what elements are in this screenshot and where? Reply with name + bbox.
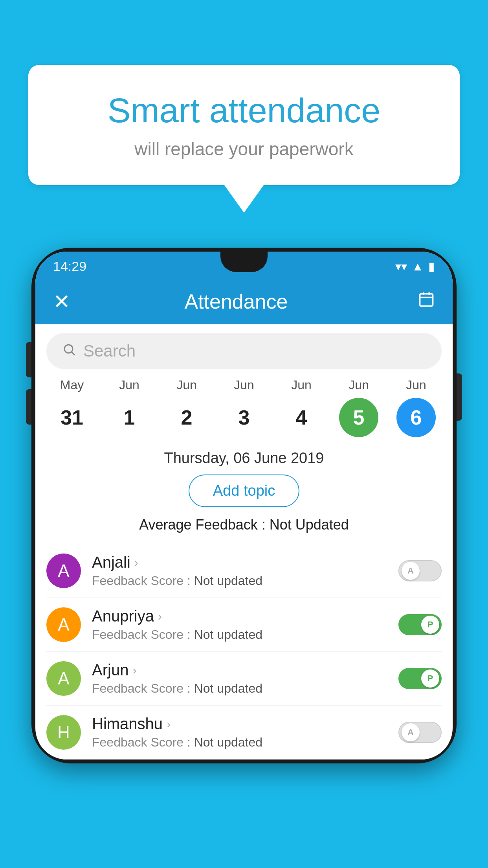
search-bar[interactable]: Search [46, 333, 442, 369]
day-month-label: Jun [176, 378, 197, 392]
battery-icon: ▮ [428, 259, 435, 273]
volume-up-button[interactable] [26, 342, 31, 377]
attendance-toggle[interactable]: P [398, 668, 442, 689]
phone-notch [220, 252, 268, 272]
calendar-day[interactable]: Jun5 [333, 378, 384, 437]
attendance-toggle[interactable]: P [398, 614, 442, 635]
avatar: A [46, 554, 81, 588]
status-time: 14:29 [53, 259, 86, 274]
student-info: Himanshu ›Feedback Score : Not updated [92, 715, 387, 750]
toggle-knob: A [402, 723, 420, 741]
student-item[interactable]: AArjun ›Feedback Score : Not updatedP [46, 652, 442, 706]
speech-bubble-container: Smart attendance will replace your paper… [28, 65, 460, 213]
calendar-day[interactable]: Jun1 [104, 378, 155, 437]
attendance-toggle[interactable]: A [398, 722, 442, 743]
day-month-label: May [60, 378, 84, 392]
phone: 14:29 ▾▾ ▲ ▮ ✕ Attendance [31, 248, 457, 763]
student-item[interactable]: AAnupriya ›Feedback Score : Not updatedP [46, 598, 442, 652]
toggle-knob: P [421, 669, 439, 688]
speech-bubble: Smart attendance will replace your paper… [28, 65, 460, 185]
avg-feedback-label: Average Feedback : [139, 517, 270, 533]
feedback-score: Feedback Score : Not updated [92, 735, 387, 750]
search-placeholder: Search [83, 342, 136, 360]
calendar-day[interactable]: May31 [46, 378, 97, 437]
wifi-icon: ▾▾ [395, 259, 407, 273]
toggle-knob: P [421, 616, 439, 634]
chevron-right-icon: › [167, 717, 171, 731]
svg-rect-0 [420, 294, 433, 306]
calendar-day[interactable]: Jun6 [391, 378, 442, 437]
volume-down-button[interactable] [26, 389, 31, 425]
speech-bubble-title: Smart attendance [60, 90, 428, 131]
attendance-toggle[interactable]: A [398, 560, 442, 581]
feedback-score: Feedback Score : Not updated [92, 627, 387, 642]
day-month-label: Jun [349, 378, 369, 392]
day-number[interactable]: 1 [110, 398, 149, 437]
feedback-score: Feedback Score : Not updated [92, 681, 387, 696]
chevron-right-icon: › [158, 610, 162, 623]
toggle-switch[interactable]: A [398, 560, 442, 581]
chevron-right-icon: › [132, 664, 136, 677]
toggle-switch[interactable]: A [398, 722, 442, 743]
app-bar: ✕ Attendance [35, 279, 453, 324]
student-info: Arjun ›Feedback Score : Not updated [92, 661, 387, 696]
day-month-label: Jun [119, 378, 139, 392]
avatar: H [46, 715, 81, 750]
search-icon [62, 342, 76, 360]
toggle-switch[interactable]: P [398, 614, 442, 635]
student-info: Anupriya ›Feedback Score : Not updated [92, 607, 387, 642]
toggle-switch[interactable]: P [398, 668, 442, 689]
calendar-day[interactable]: Jun4 [276, 378, 327, 437]
avg-feedback: Average Feedback : Not Updated [35, 517, 453, 533]
add-topic-button[interactable]: Add topic [189, 474, 299, 507]
student-name: Himanshu › [92, 715, 387, 733]
app-bar-title: Attendance [55, 290, 418, 313]
avatar: A [46, 661, 81, 696]
day-number[interactable]: 6 [396, 398, 436, 437]
phone-screen: 14:29 ▾▾ ▲ ▮ ✕ Attendance [35, 252, 453, 760]
student-name: Anjali › [92, 554, 387, 571]
day-number[interactable]: 2 [167, 398, 206, 437]
power-button[interactable] [457, 373, 462, 421]
student-info: Anjali ›Feedback Score : Not updated [92, 554, 387, 588]
toggle-knob: A [402, 562, 420, 580]
calendar-day[interactable]: Jun3 [218, 378, 270, 437]
speech-bubble-subtitle: will replace your paperwork [60, 138, 428, 160]
chevron-right-icon: › [134, 556, 138, 569]
calendar-strip: May31Jun1Jun2Jun3Jun4Jun5Jun6 [35, 378, 453, 437]
svg-line-5 [72, 352, 75, 355]
signal-icon: ▲ [412, 260, 424, 273]
day-number[interactable]: 4 [282, 398, 321, 437]
day-number[interactable]: 31 [52, 398, 92, 437]
calendar-day[interactable]: Jun2 [161, 378, 212, 437]
student-name: Anupriya › [92, 607, 387, 625]
avatar: A [46, 607, 81, 642]
day-month-label: Jun [291, 378, 312, 392]
calendar-button[interactable] [418, 291, 435, 312]
phone-container: 14:29 ▾▾ ▲ ▮ ✕ Attendance [31, 248, 457, 763]
day-month-label: Jun [234, 378, 254, 392]
day-number[interactable]: 5 [339, 398, 378, 437]
selected-date: Thursday, 06 June 2019 [35, 440, 453, 474]
student-item[interactable]: HHimanshu ›Feedback Score : Not updatedA [46, 706, 442, 760]
day-number[interactable]: 3 [224, 398, 264, 437]
avg-feedback-value: Not Updated [270, 517, 349, 533]
student-name: Arjun › [92, 661, 387, 679]
student-item[interactable]: AAnjali ›Feedback Score : Not updatedA [46, 544, 442, 598]
student-list: AAnjali ›Feedback Score : Not updatedAAA… [35, 544, 453, 760]
feedback-score: Feedback Score : Not updated [92, 574, 387, 588]
day-month-label: Jun [406, 378, 426, 392]
status-icons: ▾▾ ▲ ▮ [395, 259, 435, 273]
speech-bubble-tail [224, 185, 264, 213]
